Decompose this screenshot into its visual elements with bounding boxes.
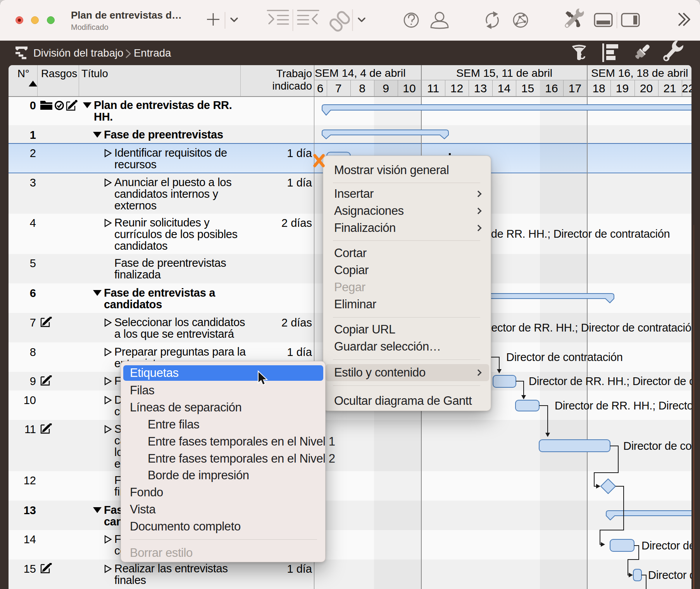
svg-text:Director de RR. HH.; Director: Director de RR. HH.; Director de contrat…: [555, 399, 691, 412]
svg-text:Director de RR. HH.; Director: Director de RR. HH.; Director de contrat…: [529, 375, 691, 387]
svg-text:Director de contratación: Director de contratación: [623, 440, 691, 452]
svg-text:Director de contratación: Director de contratación: [506, 351, 623, 363]
svg-text:Director de RR. HH.; Director: Director de RR. HH.; Director de contrat…: [477, 321, 691, 334]
svg-text:Director de contratación: Director de contratación: [648, 569, 691, 581]
svg-text:Director de contratación: Director de contratación: [641, 539, 691, 552]
